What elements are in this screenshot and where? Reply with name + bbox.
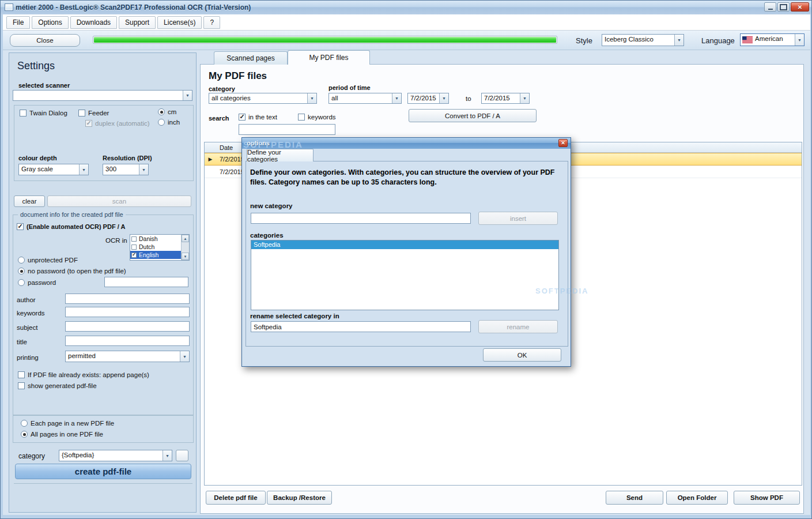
tab-my-pdf-files[interactable]: My PDF files <box>288 50 370 65</box>
unprotected-pdf-radio[interactable]: unprotected PDF <box>18 257 78 264</box>
keywords-checkbox[interactable]: keywords <box>298 114 336 121</box>
ocr-pdfa-checkbox[interactable]: (Enable automated OCR) PDF / A <box>17 223 125 230</box>
minimize-button[interactable] <box>764 2 776 12</box>
author-field[interactable] <box>65 294 190 304</box>
rename-button[interactable]: rename <box>478 320 558 333</box>
convert-pdfa-button[interactable]: Convert to PDF / A <box>409 109 537 122</box>
all-pages-label: All pages in one PDF file <box>31 431 103 438</box>
password-radio[interactable]: password <box>18 279 56 286</box>
dialog-close-button[interactable] <box>558 139 568 147</box>
each-page-radio[interactable]: Each page in a new PDF file <box>21 420 114 427</box>
app-icon <box>5 3 13 11</box>
delete-pdf-button[interactable]: Delete pdf file <box>206 491 266 505</box>
create-pdf-label: create pdf-file <box>75 467 131 476</box>
ocr-language-item[interactable]: English <box>130 251 181 259</box>
close-window-button[interactable] <box>791 2 809 12</box>
date-from-value: 7/2/2015 <box>408 93 439 103</box>
subject-label: subject <box>17 324 37 331</box>
title-bar[interactable]: métier 2000 - BestLogic® Scan2PDF17 Prof… <box>1 1 812 14</box>
in-text-label: in the text <box>248 114 277 121</box>
menu-downloads[interactable]: Downloads <box>70 16 117 29</box>
dialog-description: Define your own categories. With categor… <box>250 168 560 187</box>
settings-heading: Settings <box>17 60 55 72</box>
ocr-language-label: Dutch <box>139 243 154 250</box>
ocr-language-item[interactable]: Danish <box>130 235 181 243</box>
subject-field[interactable] <box>65 321 190 332</box>
menu-options[interactable]: Options <box>32 16 68 29</box>
date-from-select[interactable]: 7/2/2015 <box>407 93 449 104</box>
insert-button[interactable]: insert <box>478 212 558 225</box>
title-field[interactable] <box>65 336 190 346</box>
filter-category-label: category <box>209 85 235 92</box>
show-generated-checkbox[interactable]: show generated pdf-file <box>18 382 97 389</box>
resolution-select[interactable]: 300 <box>103 164 149 175</box>
menu-file[interactable]: File <box>6 16 30 29</box>
close-app-button[interactable]: Close <box>10 34 80 47</box>
chevron-down-icon <box>180 351 189 362</box>
keywords-field[interactable] <box>65 307 190 317</box>
scroll-up-icon[interactable]: ▲ <box>182 235 189 242</box>
scan-button[interactable]: scan <box>47 195 191 207</box>
period-label: period of time <box>328 84 371 91</box>
category-list-item[interactable]: Softpedia <box>251 240 558 249</box>
inch-radio[interactable]: inch <box>158 119 180 126</box>
list-scrollbar[interactable]: ▲ ▼ <box>181 235 189 260</box>
period-select[interactable]: all <box>328 93 402 104</box>
rename-category-input[interactable] <box>251 321 471 332</box>
chevron-down-icon <box>183 91 192 100</box>
language-value: American <box>753 34 795 46</box>
no-password-radio[interactable]: no password (to open the pdf file) <box>18 268 126 274</box>
category-select[interactable]: {Softpedia} <box>59 450 172 461</box>
style-select[interactable]: Iceberg Classico <box>602 34 684 46</box>
language-select[interactable]: American <box>740 33 805 46</box>
ocr-language-label: Danish <box>139 235 158 242</box>
duplex-checkbox[interactable]: duplex (automatic) <box>85 120 150 127</box>
ok-button[interactable]: OK <box>483 348 561 362</box>
checkbox-icon <box>78 110 85 116</box>
append-pages-label: If PDF file already exists: append page(… <box>28 371 149 378</box>
dialog-title: options <box>247 140 270 146</box>
append-pages-checkbox[interactable]: If PDF file already exists: append page(… <box>18 371 149 378</box>
menu-support[interactable]: Support <box>119 16 156 29</box>
password-label: password <box>28 279 56 286</box>
progress-bar <box>93 36 557 44</box>
radio-icon <box>21 420 28 427</box>
feeder-checkbox[interactable]: Feeder <box>78 110 109 116</box>
menu-licenses[interactable]: License(s) <box>157 16 202 29</box>
in-text-checkbox[interactable]: in the text <box>239 114 277 121</box>
tab-scanned-pages[interactable]: Scanned pages <box>214 51 288 65</box>
ocr-language-item[interactable]: Dutch <box>130 243 181 251</box>
create-pdf-button[interactable]: create pdf-file <box>15 464 191 479</box>
settings-panel: Settings selected scanner Twain Dialog F… <box>9 52 197 513</box>
categories-listbox[interactable]: Softpedia <box>251 240 559 310</box>
password-field[interactable] <box>104 277 188 287</box>
rename-category-label: rename selected category in <box>250 313 339 319</box>
dialog-title-bar[interactable]: options <box>242 138 571 149</box>
date-to-select[interactable]: 7/2/2015 <box>481 93 530 104</box>
backup-restore-button[interactable]: Backup /Restore <box>267 491 332 505</box>
to-label: to <box>466 95 471 102</box>
send-button[interactable]: Send <box>606 491 663 505</box>
maximize-button[interactable] <box>777 2 790 12</box>
open-folder-button[interactable]: Open Folder <box>666 491 728 505</box>
all-pages-radio[interactable]: All pages in one PDF file <box>21 431 103 438</box>
show-pdf-button[interactable]: Show PDF <box>734 491 800 505</box>
scanner-select[interactable] <box>13 90 192 101</box>
filter-category-select[interactable]: all categories <box>209 93 317 104</box>
tab-define-categories[interactable]: Define your categories <box>247 149 314 161</box>
colour-depth-select[interactable]: Gray scale <box>18 164 89 175</box>
ocr-in-label: OCR in <box>105 237 127 244</box>
search-input[interactable] <box>239 124 335 135</box>
clear-button[interactable]: clear <box>14 195 45 207</box>
cm-radio[interactable]: cm <box>158 108 176 115</box>
language-label: Language <box>701 36 735 45</box>
twain-dialog-checkbox[interactable]: Twain Dialog <box>20 110 67 116</box>
date-column-header[interactable]: Date <box>216 142 244 152</box>
printing-select[interactable]: permitted <box>65 351 190 362</box>
menu-help[interactable]: ? <box>203 16 220 29</box>
chevron-down-icon <box>79 164 88 175</box>
each-page-label: Each page in a new PDF file <box>31 420 114 427</box>
scroll-down-icon[interactable]: ▼ <box>182 253 189 260</box>
new-category-input[interactable] <box>251 213 471 224</box>
category-options-button[interactable] <box>176 450 188 461</box>
